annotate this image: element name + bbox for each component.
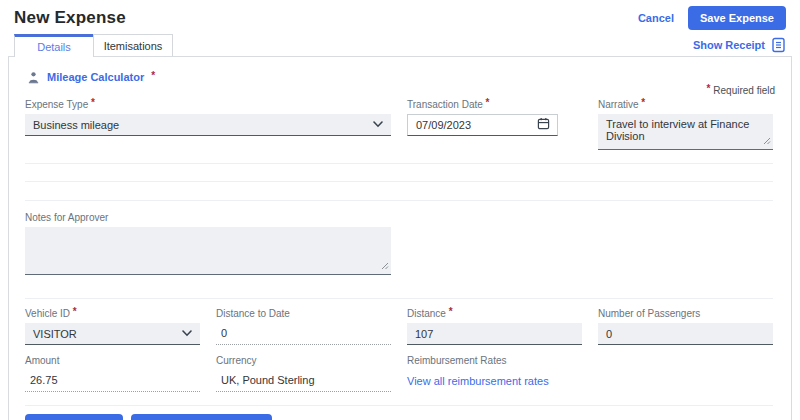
distance-label: Distance * (407, 308, 582, 319)
distance-input[interactable] (407, 323, 582, 345)
narrative-textarea[interactable]: Travel to interview at Finance Division (598, 114, 773, 150)
notes-for-approver-textarea[interactable] (25, 227, 391, 275)
tab-bar: Details Itemisations Show Receipt (0, 32, 800, 56)
form-row-1: Expense Type * Business mileage Transact… (19, 99, 779, 150)
footer-actions: Save Expense Save and Add Another Cancel (19, 406, 779, 420)
amount-label: Amount (25, 355, 200, 366)
tab-itemisations[interactable]: Itemisations (93, 34, 173, 56)
resize-handle-icon[interactable] (381, 260, 389, 272)
expense-type-label: Expense Type * (25, 99, 391, 110)
view-all-reimbursement-rates-link[interactable]: View all reimbursement rates (407, 375, 549, 387)
required-field-note: * Required field (19, 85, 779, 99)
chevron-down-icon (182, 330, 192, 337)
resize-handle-icon[interactable] (763, 135, 771, 147)
section-divider (25, 298, 773, 299)
number-of-passengers-input[interactable] (598, 323, 773, 345)
transaction-date-input[interactable] (407, 114, 558, 136)
details-panel: Mileage Calculator * * Required field Ex… (8, 56, 792, 420)
section-divider (25, 200, 773, 201)
save-and-add-another-button[interactable]: Save and Add Another (131, 414, 272, 420)
save-expense-button[interactable]: Save Expense (688, 6, 786, 30)
narrative-label: Narrative * (598, 99, 773, 110)
expense-type-select[interactable]: Business mileage (25, 114, 391, 136)
number-of-passengers-label: Number of Passengers (598, 308, 773, 319)
form-row-3: Amount Currency Reimbursement Rates View… (19, 355, 779, 392)
footer-save-expense-button[interactable]: Save Expense (25, 414, 123, 420)
page-title: New Expense (14, 8, 126, 28)
reimbursement-rates-label: Reimbursement Rates (407, 355, 773, 366)
chevron-down-icon (373, 121, 383, 128)
form-row-2: Vehicle ID * VISITOR Distance to Date Di… (19, 308, 779, 345)
receipt-icon[interactable] (771, 37, 786, 53)
tab-itemisations-label: Itemisations (104, 40, 163, 52)
amount-field (25, 372, 200, 392)
transaction-date-label: Transaction Date * (407, 99, 582, 110)
tab-details-label: Details (37, 41, 71, 53)
section-divider (25, 181, 773, 182)
distance-to-date-label: Distance to Date (216, 308, 391, 319)
topbar: New Expense Cancel Save Expense (0, 0, 800, 32)
currency-label: Currency (216, 355, 391, 366)
mileage-calculator-icon (27, 71, 40, 84)
tab-details[interactable]: Details (14, 34, 94, 57)
vehicle-id-select[interactable]: VISITOR (25, 323, 200, 345)
mileage-required-asterisk: * (151, 70, 155, 81)
mileage-calculator-link[interactable]: Mileage Calculator (47, 71, 144, 83)
section-divider (25, 163, 773, 164)
distance-to-date-field (216, 325, 391, 345)
cancel-link[interactable]: Cancel (638, 12, 674, 24)
vehicle-id-label: Vehicle ID * (25, 308, 200, 319)
show-receipt-link[interactable]: Show Receipt (693, 39, 765, 51)
notes-for-approver-label: Notes for Approver (25, 212, 391, 223)
currency-field (216, 372, 391, 392)
